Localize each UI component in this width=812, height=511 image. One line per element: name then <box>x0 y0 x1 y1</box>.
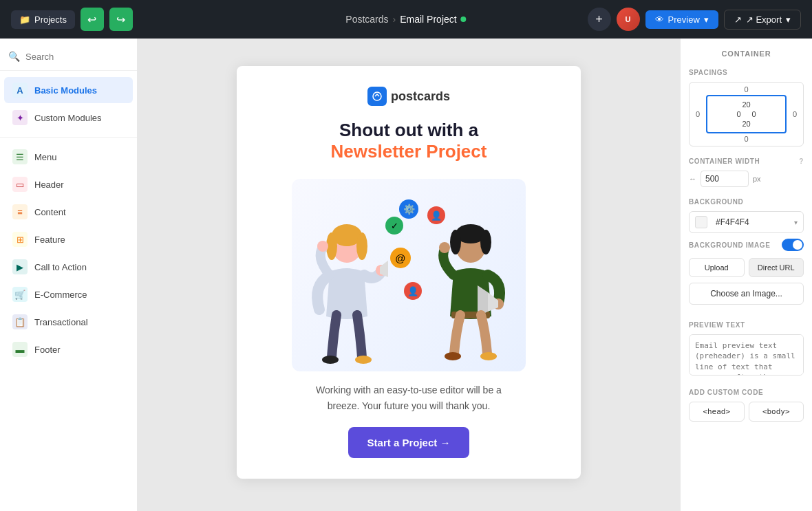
transactional-icon: 📋 <box>12 314 28 329</box>
spacing-right: 0 <box>789 110 800 118</box>
projects-button[interactable]: 📁 Projects <box>11 10 75 29</box>
email-body-text: Working with an easy-to-use editor will … <box>306 382 512 413</box>
sidebar-item-call-to-action[interactable]: ▶ Call to Action <box>4 254 133 280</box>
main-layout: 🔍 A Basic Modules ✦ Custom Modules ☰ Men… <box>0 39 812 511</box>
float-icon-at: @ <box>390 248 411 268</box>
background-image-label: BACKGROUND IMAGE <box>689 241 771 249</box>
width-unit: px <box>753 175 761 183</box>
spacing-middle-row: 0 20 0 0 20 0 <box>692 95 800 133</box>
search-icon: 🔍 <box>8 51 20 62</box>
spacing-inner-top: 20 <box>742 100 750 109</box>
svg-point-15 <box>439 242 450 253</box>
headline-line1: Shout out with a <box>331 120 487 141</box>
background-color-value: #F4F4F4 <box>716 217 790 227</box>
sidebar-item-basic-modules[interactable]: A Basic Modules <box>4 77 133 103</box>
body-code-button[interactable]: <body> <box>749 402 804 422</box>
spacing-diagram: 0 0 20 0 0 20 0 0 <box>689 82 804 146</box>
color-chevron-icon: ▾ <box>794 219 798 226</box>
help-icon[interactable]: ? <box>799 157 804 165</box>
add-custom-code-label: ADD CUSTOM CODE <box>689 389 804 396</box>
sidebar-item-footer[interactable]: ▬ Footer <box>4 336 133 362</box>
add-button[interactable]: + <box>588 8 611 31</box>
ecommerce-label: E-Commerce <box>34 290 87 300</box>
content-label: Content <box>34 207 66 217</box>
search-input[interactable] <box>25 52 129 62</box>
background-image-row: BACKGROUND IMAGE <box>689 239 804 251</box>
sidebar-item-transactional[interactable]: 📋 Transactional <box>4 309 133 335</box>
sidebar-item-header[interactable]: ▭ Header <box>4 171 133 197</box>
spacing-bottom: 0 <box>744 135 748 143</box>
background-color-row[interactable]: #F4F4F4 ▾ <box>689 211 804 233</box>
projects-label: Projects <box>34 14 67 25</box>
svg-point-16 <box>445 352 461 360</box>
background-color-swatch <box>695 216 707 228</box>
container-width-text: CONTAINER WIDTH <box>689 157 760 165</box>
email-illustration: ⚙️ ✓ 👤 @ 👤 <box>292 179 526 371</box>
topbar-right: + U 👁 Preview ▾ ↗ ↗ Export ▾ <box>588 8 801 31</box>
choose-image-button[interactable]: Choose an Image... <box>689 283 804 305</box>
header-icon: ▭ <box>12 177 28 192</box>
avatar-initials: U <box>626 15 631 23</box>
svg-point-17 <box>480 352 497 360</box>
transactional-label: Transactional <box>34 317 88 327</box>
avatar[interactable]: U <box>617 8 640 31</box>
canvas-area: postcards Shout out with a Newsletter Pr… <box>138 39 680 511</box>
footer-label: Footer <box>34 345 61 355</box>
sidebar-item-content[interactable]: ≡ Content <box>4 199 133 225</box>
breadcrumb-current: Email Project <box>400 14 456 25</box>
preview-text-label: PREVIEW TEXT <box>689 321 804 329</box>
logo-icon <box>367 87 387 106</box>
breadcrumb-parent[interactable]: Postcards <box>345 14 388 25</box>
character-right <box>429 220 512 371</box>
container-width-input[interactable] <box>701 171 749 187</box>
folder-icon: 📁 <box>19 14 30 25</box>
redo-button[interactable]: ↪ <box>109 8 133 31</box>
feature-icon: ⊞ <box>12 232 28 247</box>
breadcrumb: Postcards › Email Project <box>345 14 466 25</box>
spacing-inner-right: 0 <box>752 110 756 118</box>
container-width-label: CONTAINER WIDTH ? <box>689 157 804 165</box>
spacings-label: SPACINGS <box>689 69 804 76</box>
sidebar-item-custom-modules[interactable]: ✦ Custom Modules <box>4 105 133 131</box>
undo-button[interactable]: ↩ <box>81 8 104 31</box>
spacing-inner-left: 0 <box>736 110 740 118</box>
head-code-button[interactable]: <head> <box>689 402 745 422</box>
menu-label: Menu <box>34 152 57 162</box>
export-button[interactable]: ↗ ↗ Export ▾ <box>724 10 801 30</box>
footer-icon: ▬ <box>12 342 28 357</box>
sidebar: 🔍 A Basic Modules ✦ Custom Modules ☰ Men… <box>0 39 138 511</box>
preview-button[interactable]: 👁 Preview ▾ <box>645 10 718 29</box>
search-box: 🔍 <box>0 47 137 71</box>
background-image-toggle[interactable] <box>782 239 804 251</box>
background-label: BACKGROUND <box>689 198 804 206</box>
svg-point-12 <box>480 230 491 254</box>
code-btn-row: <head> <body> <box>689 402 804 422</box>
spacing-left: 0 <box>692 110 703 118</box>
feature-label: Feature <box>34 235 65 245</box>
svg-point-7 <box>355 356 372 364</box>
sidebar-item-feature[interactable]: ⊞ Feature <box>4 226 133 252</box>
custom-modules-label: Custom Modules <box>34 113 102 123</box>
spacing-inner-bottom: 20 <box>742 120 750 128</box>
spacing-inner: 20 0 0 20 <box>706 95 787 133</box>
svg-point-4 <box>356 232 367 260</box>
float-icon-settings: ⚙️ <box>399 199 418 219</box>
email-canvas[interactable]: postcards Shout out with a Newsletter Pr… <box>237 66 581 479</box>
spacing-top: 0 <box>744 85 748 94</box>
headline-line2: Newsletter Project <box>331 141 487 162</box>
plus-icon: + <box>595 12 603 27</box>
basic-modules-label: Basic Modules <box>34 85 97 96</box>
upload-button[interactable]: Upload <box>689 258 745 277</box>
start-project-button[interactable]: Start a Project → <box>348 427 470 458</box>
sidebar-item-menu[interactable]: ☰ Menu <box>4 144 133 170</box>
float-icon-user2: 👤 <box>404 282 422 300</box>
breadcrumb-separator: › <box>393 14 396 25</box>
direct-url-button[interactable]: Direct URL <box>749 258 804 277</box>
ecommerce-icon: 🛒 <box>12 287 28 302</box>
export-icon: ↗ <box>734 14 742 25</box>
start-project-label: Start a Project → <box>367 437 451 448</box>
content-icon: ≡ <box>12 204 28 219</box>
preview-text-input[interactable] <box>689 334 804 376</box>
sidebar-item-ecommerce[interactable]: 🛒 E-Commerce <box>4 281 133 307</box>
custom-modules-icon: ✦ <box>12 110 28 125</box>
